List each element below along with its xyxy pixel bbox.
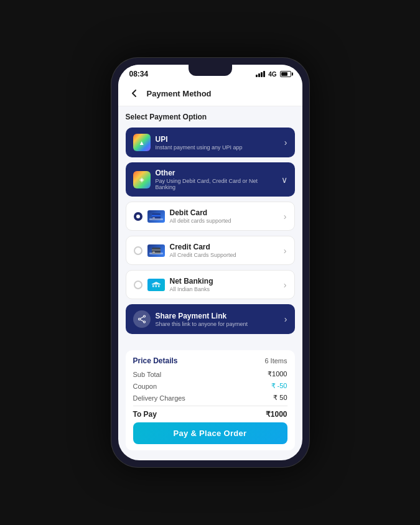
total-label: To Pay	[133, 410, 157, 419]
other-icon: ◈	[133, 171, 151, 188]
battery-icon	[280, 71, 291, 77]
upi-icon: ▲	[133, 134, 151, 151]
coupon-row: Coupon ₹ -50	[133, 382, 287, 390]
price-details-title: Price Details	[133, 356, 178, 365]
scroll-area: Select Payment Option ▲ UPI Instant paym…	[118, 106, 302, 460]
svg-rect-5	[152, 251, 155, 253]
netbanking-radio	[134, 281, 142, 289]
items-badge: 6 Items	[264, 357, 287, 365]
status-icons: 4G	[256, 71, 291, 78]
credit-text: Credit Card All Credit Cards Supported	[170, 243, 279, 258]
svg-rect-8	[155, 285, 157, 287]
svg-line-15	[140, 320, 143, 322]
credit-name: Credit Card	[170, 243, 279, 251]
network-label: 4G	[268, 71, 276, 78]
subtotal-row: Sub Total ₹1000	[133, 370, 287, 378]
price-details-section: Price Details 6 Items Sub Total ₹1000 Co…	[126, 350, 295, 450]
svg-rect-2	[152, 217, 155, 218]
page-title: Payment Method	[147, 89, 212, 98]
other-subtitle: Pay Using Debit Card, Credit Card or Net…	[156, 178, 276, 190]
svg-line-14	[140, 317, 143, 318]
upi-subtitle: Instant payment using any UPI app	[156, 144, 279, 151]
signal-icon	[256, 71, 265, 77]
credit-radio	[134, 246, 142, 255]
netbanking-chevron: ›	[284, 280, 287, 290]
netbanking-name: Net Banking	[170, 277, 279, 286]
svg-point-11	[143, 315, 145, 317]
upi-name: UPI	[156, 135, 279, 144]
coupon-label: Coupon	[133, 383, 157, 390]
phone-screen: 08:34 4G Payment Metho	[118, 65, 302, 460]
other-name: Other	[156, 169, 276, 177]
net-banking-option[interactable]: Net Banking All Indian Banks ›	[126, 270, 295, 299]
page-header: Payment Method	[118, 81, 302, 106]
svg-point-13	[143, 321, 145, 323]
svg-rect-6	[152, 284, 161, 285]
credit-card-icon	[147, 244, 165, 257]
credit-card-option[interactable]: Credit Card All Credit Cards Supported ›	[126, 236, 295, 265]
credit-chevron: ›	[284, 246, 287, 256]
netbanking-subtitle: All Indian Banks	[170, 286, 279, 292]
debit-card-option[interactable]: Debit Card All debit cards supported ›	[126, 202, 295, 231]
price-header: Price Details 6 Items	[133, 356, 287, 365]
coupon-value: ₹ -50	[271, 382, 287, 390]
debit-name: Debit Card	[170, 208, 279, 217]
pay-place-order-button[interactable]: Pay & Place Order	[133, 422, 287, 444]
svg-point-12	[138, 318, 140, 320]
section-title: Select Payment Option	[126, 113, 295, 121]
svg-rect-4	[152, 249, 161, 251]
status-time: 08:34	[129, 70, 149, 78]
netbanking-text: Net Banking All Indian Banks	[170, 277, 279, 292]
other-text: Other Pay Using Debit Card, Credit Card …	[156, 169, 276, 190]
other-option[interactable]: ◈ Other Pay Using Debit Card, Credit Car…	[126, 162, 295, 197]
debit-subtitle: All debit cards supported	[170, 218, 279, 224]
share-name: Share Payment Link	[156, 312, 279, 320]
upi-logo-text: ▲	[139, 139, 144, 146]
svg-rect-9	[158, 285, 160, 287]
svg-rect-1	[152, 215, 161, 216]
price-divider	[133, 406, 287, 406]
netbanking-icon	[147, 279, 165, 291]
subtotal-label: Sub Total	[133, 371, 162, 378]
delivery-value: ₹ 50	[273, 394, 287, 402]
upi-option[interactable]: ▲ UPI Instant payment using any UPI app …	[126, 128, 295, 157]
share-payment-option[interactable]: Share Payment Link Share this link to an…	[126, 304, 295, 334]
other-logo-text: ◈	[139, 176, 144, 183]
other-chevron: ∨	[281, 175, 287, 185]
subtotal-value: ₹1000	[268, 370, 287, 378]
debit-chevron: ›	[284, 211, 287, 221]
delivery-label: Delivery Charges	[133, 394, 185, 402]
credit-subtitle: All Credit Cards Supported	[170, 252, 279, 258]
share-chevron: ›	[284, 314, 287, 324]
notch	[189, 65, 232, 76]
upi-chevron: ›	[284, 137, 287, 147]
upi-text: UPI Instant payment using any UPI app	[156, 135, 279, 151]
debit-card-icon	[147, 210, 165, 223]
svg-rect-7	[152, 285, 154, 287]
spacer	[126, 339, 295, 343]
back-button[interactable]	[127, 86, 142, 101]
phone-shell: 08:34 4G Payment Metho	[111, 57, 310, 468]
debit-text: Debit Card All debit cards supported	[170, 208, 279, 224]
svg-marker-10	[152, 282, 160, 284]
total-value: ₹1000	[266, 410, 287, 419]
debit-radio	[134, 212, 142, 221]
share-text: Share Payment Link Share this link to an…	[156, 312, 279, 327]
total-row: To Pay ₹1000	[133, 410, 287, 419]
share-icon	[133, 310, 151, 328]
delivery-row: Delivery Charges ₹ 50	[133, 394, 287, 402]
share-subtitle: Share this link to anyone for payment	[156, 321, 279, 327]
